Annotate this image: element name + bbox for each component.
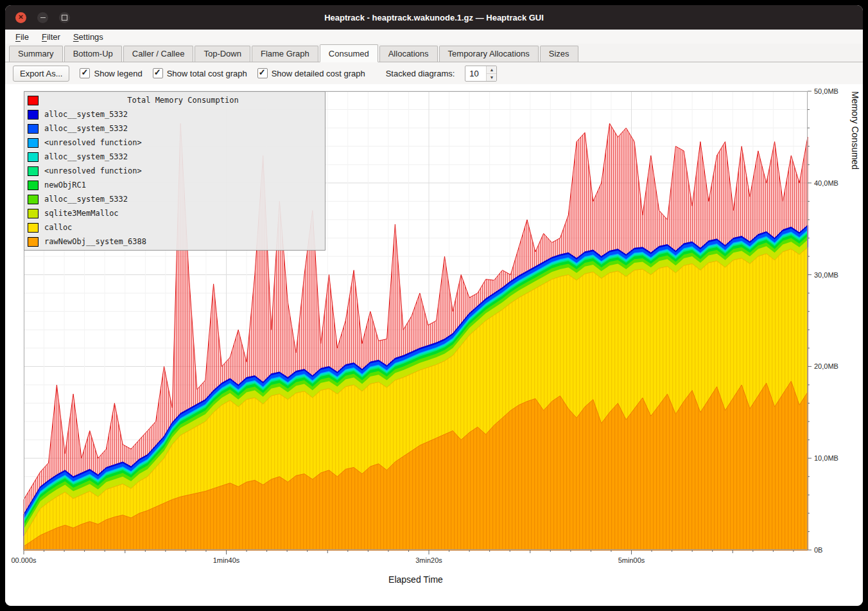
checkbox-show-detailed-cost-graph[interactable]: Show detailed cost graph (257, 68, 365, 78)
app-window: ✕ Heaptrack - heaptrack.wakunode.1.gz — … (5, 5, 863, 606)
x-tick-label: 00.000s (11, 556, 36, 564)
y-tick-label: 40,0MB (814, 179, 838, 187)
series-label: newObjRC1 (44, 181, 86, 190)
y-tick-label: 30,0MB (814, 271, 838, 279)
spinner-down-icon[interactable]: ▼ (487, 74, 496, 81)
minimize-button[interactable] (37, 12, 48, 23)
series-swatch (28, 223, 39, 233)
checkbox-label: Show detailed cost graph (272, 69, 365, 78)
series-swatch (28, 181, 39, 190)
close-button[interactable]: ✕ (15, 12, 26, 23)
checkbox-label: Show legend (94, 69, 142, 78)
series-swatch (28, 166, 39, 176)
menu-bar: FileFilterSettings (5, 30, 863, 44)
series-swatch (28, 138, 39, 148)
tab-summary[interactable]: Summary (9, 46, 63, 62)
chart-legend: Total Memory Consumption alloc__system_5… (24, 91, 326, 251)
checkbox-show-total-cost-graph[interactable]: Show total cost graph (153, 68, 247, 78)
legend-item-rawnewobj-system-6388: rawNewObj__system_6388 (24, 235, 325, 249)
tab-sizes[interactable]: Sizes (540, 46, 578, 62)
menu-file[interactable]: File (9, 31, 35, 43)
menu-settings[interactable]: Settings (67, 31, 110, 43)
tab-allocations[interactable]: Allocations (379, 46, 438, 62)
export-as-button[interactable]: Export As... (13, 66, 69, 82)
title-bar[interactable]: ✕ Heaptrack - heaptrack.wakunode.1.gz — … (5, 5, 863, 30)
spinner-up-icon[interactable]: ▲ (487, 66, 496, 74)
series-label: rawNewObj__system_6388 (44, 237, 146, 246)
y-tick-label: 20,0MB (814, 362, 838, 370)
minimize-icon (40, 17, 46, 18)
legend-title: Total Memory Consumption (44, 96, 322, 105)
series-label: sqlite3MemMalloc (44, 209, 119, 218)
checkbox-label: Show total cost graph (167, 69, 247, 78)
x-tick-label: 3min20s (415, 556, 442, 564)
series-swatch (28, 110, 39, 120)
legend-item-calloc: calloc (24, 220, 325, 235)
maximize-button[interactable] (59, 12, 70, 23)
memory-chart-plot[interactable]: Total Memory Consumption alloc__system_5… (24, 91, 808, 550)
legend-item-unresolved-function: <unresolved function> (24, 164, 325, 178)
y-tick-label: 10,0MB (814, 454, 838, 462)
legend-item-alloc-system-5332: alloc__system_5332 (24, 121, 325, 136)
window-title: Heaptrack - heaptrack.wakunode.1.gz — He… (324, 13, 544, 22)
tab-bar: SummaryBottom-UpCaller / CalleeTop-DownF… (5, 44, 863, 62)
x-tick-label: 5min00s (618, 556, 645, 564)
checkbox-box-icon[interactable] (80, 68, 90, 78)
series-label: alloc__system_5332 (44, 152, 128, 161)
series-swatch (28, 209, 39, 218)
legend-item-unresolved-function: <unresolved function> (24, 136, 325, 150)
series-label: alloc__system_5332 (44, 195, 128, 204)
series-label: calloc (44, 223, 72, 232)
legend-item-alloc-system-5332: alloc__system_5332 (24, 192, 325, 206)
series-swatch (28, 237, 39, 247)
checkbox-show-legend[interactable]: Show legend (80, 68, 142, 78)
toolbar: Export As... Show legendShow total cost … (5, 62, 863, 84)
tab-top-down[interactable]: Top-Down (195, 46, 250, 62)
legend-item-alloc-system-5332: alloc__system_5332 (24, 107, 325, 121)
y-axis-title: Memory Consumed (850, 91, 860, 550)
legend-title-row: Total Memory Consumption (24, 93, 325, 107)
x-tick-label: 1min40s (213, 556, 240, 564)
menu-filter[interactable]: Filter (35, 31, 67, 43)
tab-bottom-up[interactable]: Bottom-Up (64, 46, 122, 62)
y-tick-label: 50,0MB (814, 87, 838, 95)
series-swatch (28, 195, 39, 204)
spinner-buttons: ▲ ▼ (486, 66, 496, 81)
chart-region: Total Memory Consumption alloc__system_5… (5, 84, 863, 606)
series-swatch (28, 124, 39, 134)
y-tick-label: 0B (814, 546, 822, 554)
checkbox-box-icon[interactable] (257, 68, 268, 78)
tab-flame-graph[interactable]: Flame Graph (252, 46, 318, 62)
window-controls: ✕ (15, 5, 70, 30)
stacked-diagrams-spinner[interactable]: 10 ▲ ▼ (465, 66, 497, 82)
legend-item-alloc-system-5332: alloc__system_5332 (24, 150, 325, 164)
checkbox-box-icon[interactable] (153, 68, 163, 78)
series-label: <unresolved function> (44, 138, 142, 147)
stacked-diagrams-label: Stacked diagrams: (386, 69, 455, 78)
toolbar-checkboxes: Show legendShow total cost graphShow det… (80, 68, 365, 78)
tab-temporary-allocations[interactable]: Temporary Allocations (439, 46, 539, 62)
tab-consumed[interactable]: Consumed (320, 44, 378, 62)
series-label: <unresolved function> (44, 166, 142, 175)
series-swatch (28, 152, 39, 162)
tab-caller-callee[interactable]: Caller / Callee (123, 46, 194, 62)
series-label: alloc__system_5332 (44, 110, 128, 119)
maximize-icon (62, 15, 67, 21)
legend-item-sqlite3memmalloc: sqlite3MemMalloc (24, 206, 325, 220)
total-series-swatch (28, 96, 39, 105)
series-label: alloc__system_5332 (44, 124, 128, 133)
legend-item-newobjrc1: newObjRC1 (24, 178, 325, 192)
x-axis-title: Elapsed Time (24, 574, 808, 585)
spinner-value: 10 (465, 66, 486, 81)
